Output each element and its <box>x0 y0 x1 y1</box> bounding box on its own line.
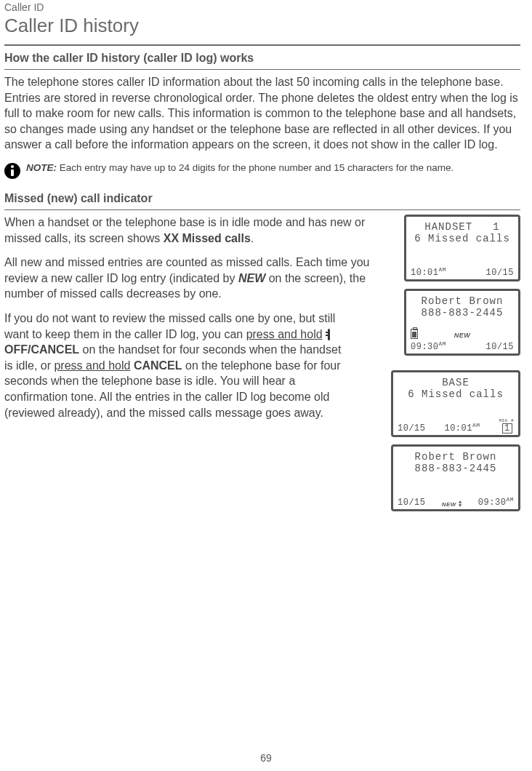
handset-icon <box>326 329 333 340</box>
text-fragment: 10:01 <box>444 423 472 434</box>
lcd-ampm: AM <box>439 266 447 273</box>
divider <box>4 44 520 46</box>
battery-icon <box>411 329 418 339</box>
lcd-screen-base-idle: BASE 6 Missed calls 10/15 10:01AM MSG # … <box>391 370 520 437</box>
updown-arrows-icon: ▲▼ <box>459 500 462 508</box>
lcd-date: 10/15 <box>398 423 426 434</box>
note-label: NOTE: <box>26 162 57 173</box>
lcd-time: 09:30AM <box>478 496 514 508</box>
lcd-caller-number: 888-883-2445 <box>398 463 514 474</box>
lcd-new-indicator: NEW <box>454 332 471 339</box>
section-heading-how-it-works: How the caller ID history (caller ID log… <box>4 52 520 65</box>
text-fragment: . <box>251 232 254 244</box>
lcd-ampm: AM <box>472 422 480 428</box>
lcd-time: 10:01AM <box>444 422 480 434</box>
text-bold: OFF/CANCEL <box>4 343 79 356</box>
body-text: If you do not want to review the missed … <box>4 311 346 420</box>
lcd-new-indicator: NEW <box>442 501 456 508</box>
text-bold-italic: NEW <box>238 272 265 284</box>
lcd-time: 10:01AM <box>411 266 446 278</box>
info-icon <box>4 163 20 179</box>
section-heading-missed-call: Missed (new) call indicator <box>4 192 520 205</box>
divider <box>4 69 520 70</box>
lcd-date: 10/15 <box>398 498 426 508</box>
lcd-date: 10/15 <box>485 342 514 352</box>
breadcrumb: Caller ID <box>4 1 520 13</box>
lcd-msg-count: 1 <box>502 423 512 434</box>
lcd-screen-handset-idle: HANDSET 1 6 Missed calls 10:01AM 10/15 <box>404 215 520 281</box>
note-text: NOTE: Each entry may have up to 24 digit… <box>26 161 454 175</box>
body-text: When a handset or the telephone base is … <box>4 215 390 246</box>
lcd-ampm: AM <box>439 340 447 347</box>
lcd-time: 09:30AM <box>411 340 446 352</box>
lcd-line: 6 Missed calls <box>411 233 514 244</box>
lcd-caller-number: 888-883-2445 <box>411 307 514 319</box>
note-body: Each entry may have up to 24 digits for … <box>57 162 454 173</box>
lcd-caller-name: Robert Brown <box>398 451 514 463</box>
lcd-line: 6 Missed calls <box>398 388 514 400</box>
text-fragment: 09:30 <box>411 342 439 352</box>
text-bold: XX Missed calls <box>164 232 251 244</box>
lcd-caller-name: Robert Brown <box>411 295 514 307</box>
lcd-line: HANDSET 1 <box>411 221 514 233</box>
lcd-line: BASE <box>398 377 514 388</box>
lcd-ampm: AM <box>506 496 514 503</box>
text-fragment: 09:30 <box>478 498 507 508</box>
lcd-screen-handset-entry: Robert Brown 888-883-2445 NEW 09:30AM 10… <box>404 289 520 356</box>
body-text: The telephone stores caller ID informati… <box>4 74 520 153</box>
lcd-msg-counter: MSG # 1 <box>499 419 514 434</box>
text-underline: press and hold <box>54 359 130 372</box>
divider <box>4 209 520 210</box>
text-underline: press and hold <box>246 328 323 340</box>
body-text: All new and missed entries are counted a… <box>4 255 390 302</box>
page-number: 69 <box>0 752 532 764</box>
page-title: Caller ID history <box>4 15 520 37</box>
text-fragment: 10:01 <box>411 268 439 278</box>
lcd-screen-base-entry: Robert Brown 888-883-2445 10/15 NEW ▲▼ 0… <box>391 444 520 511</box>
lcd-date: 10/15 <box>485 268 514 278</box>
note-block: NOTE: Each entry may have up to 24 digit… <box>4 161 520 179</box>
text-bold: CANCEL <box>134 359 182 372</box>
